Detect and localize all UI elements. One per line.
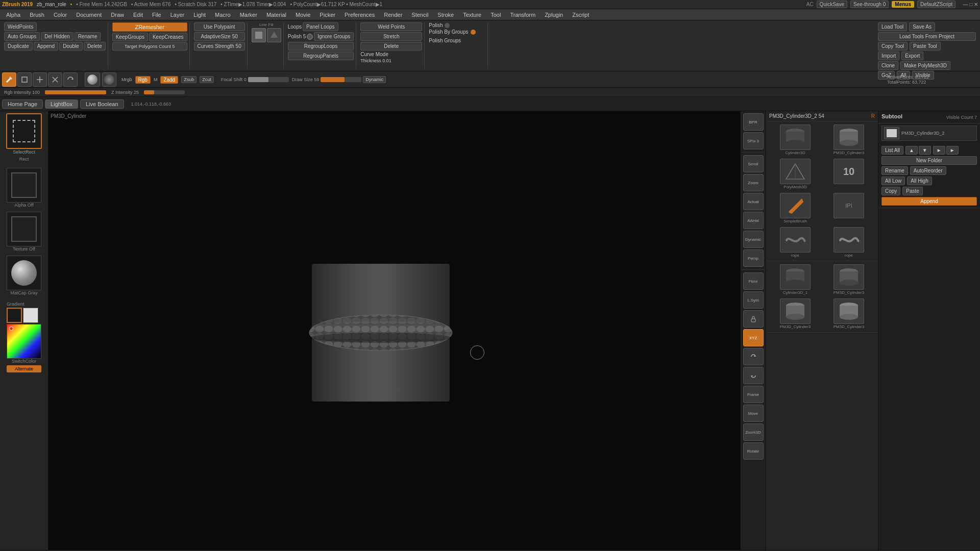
regroup-loops-btn[interactable]: RegroupLoops [288, 42, 354, 51]
pm3d-cyl3-3-cell[interactable]: PM3D_Cylinder3 [769, 297, 821, 330]
del-hidden-btn[interactable]: Del Hidden [41, 32, 73, 41]
keep-groups-btn[interactable]: KeepGroups [112, 33, 148, 41]
subtool-item-0[interactable]: PM3D_Cylinder3D_2 [881, 126, 977, 141]
see-through-btn[interactable]: See-through 0 [850, 1, 889, 8]
scroll-btn[interactable]: Scroll [743, 155, 764, 172]
dynamic-btn[interactable]: Dynamic [363, 76, 386, 83]
aahal-btn[interactable]: AAHal [743, 212, 764, 229]
cylinder3d1-cell[interactable]: Cylinder3D_1 [769, 263, 821, 296]
weld-points-2-btn[interactable]: Weld Points [360, 22, 422, 31]
append-sub-btn[interactable]: Append [881, 197, 977, 206]
rgb-btn[interactable]: Rgb [135, 76, 151, 84]
double-btn[interactable]: Double [59, 42, 83, 51]
auto-groups-btn[interactable]: Auto Groups [4, 32, 40, 41]
menu-zscript[interactable]: Zscript [568, 11, 593, 19]
curves-strength-btn[interactable]: Curves Strength 50 [194, 42, 245, 51]
draw-btn[interactable] [17, 72, 32, 87]
save-as-btn[interactable]: Save As [909, 22, 935, 31]
clone-btn[interactable]: Clone [878, 61, 898, 70]
rotate-btn[interactable] [63, 72, 78, 87]
cylinder3d-cell[interactable]: Cylinder3D [769, 123, 821, 156]
menu-tool[interactable]: Tool [486, 11, 505, 19]
menu-color[interactable]: Color [50, 11, 71, 19]
rename-sub-btn[interactable]: Rename [881, 166, 908, 175]
line-fill-icon[interactable] [252, 28, 266, 42]
stretch-btn[interactable]: Stretch [360, 32, 422, 41]
menu-picker[interactable]: Picker [315, 11, 339, 19]
append-btn[interactable]: Append [34, 42, 58, 51]
import-btn[interactable]: Import [878, 52, 899, 60]
menu-edit[interactable]: Edit [129, 11, 147, 19]
menu-layer[interactable]: Layer [166, 11, 189, 19]
edit-btn[interactable] [2, 72, 16, 87]
polish-5-btn[interactable]: Polish 5 [288, 34, 306, 39]
keep-creases-btn[interactable]: KeepCreases [149, 33, 187, 41]
rotate1-btn[interactable] [743, 348, 764, 365]
num10-cell[interactable]: 10 [823, 158, 875, 190]
zsub-btn[interactable]: Zsub [181, 76, 197, 83]
menu-material[interactable]: Material [262, 11, 290, 19]
weld-points-btn[interactable]: WeldPoints [4, 22, 37, 31]
all-low-btn[interactable]: All Low [881, 177, 905, 185]
copy-sub-btn[interactable]: Copy [881, 187, 900, 195]
rope2-cell[interactable]: rope [823, 226, 875, 259]
actual-btn[interactable]: Actual [743, 193, 764, 210]
menu-macro[interactable]: Macro [211, 11, 235, 19]
floor-btn[interactable]: Floor [743, 272, 764, 290]
menu-alpha[interactable]: Alpha [2, 11, 24, 19]
move-btn[interactable] [33, 72, 47, 87]
export-btn[interactable]: Export [901, 52, 923, 60]
default-zscript-btn[interactable]: DefaultZScript [917, 1, 955, 8]
pm3d-cylinder3-cell[interactable]: PM3D_Cylinder3 [823, 123, 875, 156]
home-page-tab[interactable]: Home Page [2, 99, 43, 109]
quick-save-btn[interactable]: QuickSave [817, 1, 847, 8]
scale-btn[interactable] [48, 72, 62, 87]
load-tools-from-project-btn[interactable]: Load Tools From Project [878, 32, 976, 41]
bpr-btn[interactable]: BPR [743, 113, 764, 131]
lock-btn[interactable] [743, 310, 764, 328]
color-picker[interactable] [7, 324, 41, 359]
use-polypaint-btn[interactable]: Use Polypaint [194, 22, 245, 31]
paste-tool-btn[interactable]: Paste Tool [910, 42, 941, 51]
menu-marker[interactable]: Marker [236, 11, 261, 19]
background-color[interactable] [23, 308, 38, 323]
polish-by-groups-dot[interactable] [471, 30, 476, 35]
matcap-btn[interactable] [7, 256, 41, 290]
flat-sphere-preview[interactable] [102, 72, 116, 87]
duplicate-btn[interactable]: Duplicate [4, 42, 33, 51]
zcut-btn[interactable]: Zcut [200, 76, 214, 83]
alternate-btn[interactable]: Alternate [7, 365, 41, 372]
zadd-btn[interactable]: Zadd [160, 76, 178, 84]
make-polymesh3d-btn[interactable]: Make PolyMesh3D [900, 61, 950, 70]
dynamic-btn-v[interactable]: Dynamic [743, 231, 764, 248]
lightbox-tab[interactable]: LightBox [45, 99, 78, 109]
zoom-btn[interactable]: Zoom [743, 174, 764, 191]
rotate3d-btn[interactable]: Rotate [743, 442, 764, 460]
pm3d-cyl3-2-cell[interactable]: PM3D_Cylinder3 [823, 263, 875, 296]
menu-render[interactable]: Render [380, 11, 406, 19]
move-btn-v[interactable]: Move [743, 405, 764, 422]
menu-draw[interactable]: Draw [107, 11, 128, 19]
foreground-color[interactable] [7, 308, 22, 323]
lsym-btn[interactable]: L.Sym [743, 291, 764, 309]
rotate2-btn[interactable] [743, 367, 764, 384]
target-polygons-btn[interactable]: Target Polygons Count 5 [112, 42, 187, 51]
list-all-btn[interactable]: List All [881, 146, 903, 155]
focal-shift-slider[interactable] [248, 77, 289, 82]
all-high-btn[interactable]: All High [907, 177, 932, 185]
pm3d-cyl3-4-cell[interactable]: PM3D_Cylinder3 [823, 297, 875, 330]
arr-down-btn[interactable]: ▼ [919, 146, 931, 155]
menu-light[interactable]: Light [189, 11, 210, 19]
menu-preferences[interactable]: Preferences [340, 11, 379, 19]
panel-loops-btn[interactable]: Panel Loops [303, 22, 338, 31]
polymesh3d-cell[interactable]: PolyMesh3D [769, 158, 821, 190]
simplebrush-cell[interactable]: SimpleBrush [769, 192, 821, 224]
rgb-intensity-slider[interactable] [45, 90, 106, 94]
zoom3d-btn[interactable]: Zoom3D [743, 423, 764, 441]
persp-btn[interactable]: Persp [743, 249, 764, 267]
copy-tool-btn[interactable]: Copy Tool [878, 42, 908, 51]
new-folder-btn[interactable]: New Folder [881, 156, 977, 165]
select-rect-tool[interactable]: SelectRect [1, 113, 47, 155]
menu-zplugin[interactable]: Zplugin [541, 11, 567, 19]
paste-sub-btn[interactable]: Paste [902, 187, 923, 195]
